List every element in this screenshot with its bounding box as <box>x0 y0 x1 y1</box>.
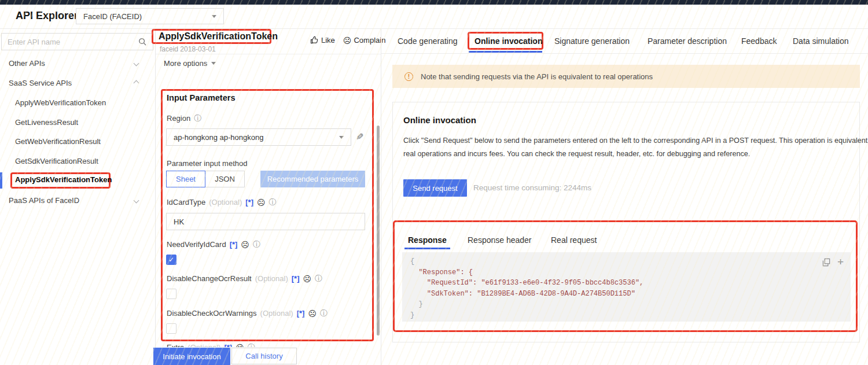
card-heading: Online invocation <box>403 115 476 125</box>
middle-header-divider <box>156 54 381 54</box>
thumbs-up-icon <box>310 36 319 45</box>
disablechangeocrresult-checkbox[interactable] <box>166 289 176 299</box>
required-flag-icon: [*] <box>297 309 305 318</box>
active-tab-underline <box>469 51 542 53</box>
warning-text: Note that sending requests via the API i… <box>421 72 653 81</box>
edit-region-icon[interactable]: ✎ <box>356 131 363 142</box>
field-label: IdCardType <box>167 198 205 207</box>
copy-icon[interactable] <box>822 258 831 267</box>
tab-online-invocation[interactable]: Online invocation <box>475 36 542 46</box>
sidebar-divider <box>155 29 156 365</box>
info-icon[interactable]: ⓘ <box>194 115 201 122</box>
tab-feedback[interactable]: Feedback <box>741 36 777 46</box>
sad-face-icon[interactable]: ☹ <box>257 198 266 207</box>
product-select[interactable]: FaceID (FACEID) <box>76 8 224 24</box>
sidebar-item-getlivenessresult[interactable]: GetLivenessResult <box>15 118 78 127</box>
tab-signature-generation[interactable]: Signature generation <box>554 36 630 46</box>
sidebar-item-getsdkverificationresult[interactable]: GetSdkVerificationResult <box>15 157 98 165</box>
idcardtype-input[interactable] <box>166 213 365 230</box>
search-input[interactable] <box>2 34 138 50</box>
chevron-down-icon <box>212 15 216 18</box>
info-icon[interactable]: ⓘ <box>315 275 322 282</box>
optional-tag: (Optional) <box>255 274 288 283</box>
required-flag-icon: [*] <box>230 240 238 249</box>
response-tab-underline <box>404 248 450 249</box>
recommended-parameters-button[interactable]: Recommended parameters <box>260 171 365 187</box>
group-label: Other APIs <box>9 59 45 68</box>
tab-sheet[interactable]: Sheet <box>166 171 205 187</box>
sidebar-item-applysdkverificationtoken[interactable]: ApplySdkVerificationToken <box>15 175 112 184</box>
idcardtype-label-row: IdCardType (Optional) [*] ☹ ⓘ <box>167 198 277 207</box>
feedback-row: Like ☹ Complain <box>310 36 385 45</box>
sad-face-icon[interactable]: ☹ <box>303 275 311 283</box>
region-select[interactable]: ap-hongkong ap-hongkong <box>166 128 351 146</box>
warning-banner: ! Note that sending requests via the API… <box>392 65 860 88</box>
product-select-value: FaceID (FACEID) <box>83 12 142 21</box>
search-icon[interactable] <box>138 38 147 46</box>
sad-face-icon[interactable]: ☹ <box>241 241 249 249</box>
field-label: DisableCheckOcrWarnings <box>167 309 257 318</box>
optional-tag: (Optional) <box>209 198 242 207</box>
complain-button[interactable]: ☹ Complain <box>343 36 386 45</box>
call-history-button[interactable]: Call history <box>231 348 297 364</box>
chevron-down-icon <box>339 136 344 139</box>
chevron-down-icon <box>134 61 139 67</box>
card-description-line2: real operations and incurs fees. You can… <box>403 150 750 158</box>
code-line: } <box>410 299 423 310</box>
tab-response-header[interactable]: Response header <box>468 235 532 245</box>
request-time-label: Request time consuming: 2244ms <box>473 183 591 192</box>
api-title: ApplySdkVerificationToken <box>159 31 278 42</box>
info-icon[interactable]: ⓘ <box>320 309 328 317</box>
plus-icon[interactable]: + <box>837 256 844 268</box>
chevron-up-icon <box>134 80 139 86</box>
code-line: "RequestId": "e61f9133-e6e0-4f32-9f05-bb… <box>410 278 643 289</box>
tab-code-generating[interactable]: Code generating <box>398 36 458 46</box>
disablecheckocrwarnings-label-row: DisableCheckOcrWarnings (Optional) [*] ☹… <box>167 309 328 318</box>
tab-response[interactable]: Response <box>408 235 447 245</box>
region-value: ap-hongkong ap-hongkong <box>174 133 263 142</box>
tab-data-simulation[interactable]: Data simulation <box>793 36 849 46</box>
sad-face-icon: ☹ <box>343 36 352 45</box>
group-label: PaaS APIs of FaceID <box>9 196 79 205</box>
middle-panel-scrollbar[interactable] <box>377 126 380 335</box>
needverifyidcard-label-row: NeedVerifyIdCard [*] ☹ ⓘ <box>167 240 260 249</box>
warning-icon: ! <box>404 72 413 81</box>
card-description-line1: Click "Send Request" below to send the p… <box>403 137 868 145</box>
sad-face-icon[interactable]: ☹ <box>308 309 317 318</box>
required-flag-icon: [*] <box>292 274 300 283</box>
tab-json[interactable]: JSON <box>205 171 245 187</box>
info-icon[interactable]: ⓘ <box>253 241 260 248</box>
region-label: Region <box>167 114 190 123</box>
more-options-button[interactable]: More options <box>164 59 216 68</box>
api-search-box[interactable] <box>1 33 153 50</box>
sidebar-group-other-apis[interactable]: Other APIs <box>9 58 148 68</box>
needverifyidcard-checkbox[interactable]: ✓ <box>166 255 176 265</box>
tab-real-request[interactable]: Real request <box>551 235 597 245</box>
code-line: } <box>410 310 414 321</box>
top-window-bar <box>0 0 868 5</box>
sidebar-group-saas-apis[interactable]: SaaS Service APIs <box>9 78 148 88</box>
send-request-button[interactable]: Send request <box>403 179 467 197</box>
initiate-invocation-button[interactable]: Initiate invocation <box>153 348 230 365</box>
sidebar-group-paas-apis[interactable]: PaaS APIs of FaceID <box>9 196 148 205</box>
like-button[interactable]: Like <box>310 36 335 45</box>
input-parameters-heading: Input Parameters <box>167 93 235 102</box>
tab-parameter-description[interactable]: Parameter description <box>648 36 727 46</box>
disablecheckocrwarnings-checkbox[interactable] <box>166 323 176 334</box>
parameter-input-method-label: Parameter input method <box>167 159 247 168</box>
group-label: SaaS Service APIs <box>9 79 72 87</box>
api-subtitle: faceid 2018-03-01 <box>160 45 216 53</box>
chevron-down-icon <box>134 198 139 204</box>
like-label: Like <box>321 36 335 45</box>
region-label-row: Region ⓘ <box>167 114 201 123</box>
app-title: API Explorer <box>16 10 78 22</box>
disablechangeocrresult-label-row: DisableChangeOcrResult (Optional) [*] ☹ … <box>167 274 322 283</box>
code-line: "SdkToken": "B1289BE4-AD6B-42D8-9A4D-A27… <box>410 289 635 300</box>
sidebar-item-getwebverificationresult[interactable]: GetWebVerificationResult <box>15 137 101 146</box>
info-icon[interactable]: ⓘ <box>269 198 277 206</box>
active-item-indicator <box>0 172 2 189</box>
code-line: "Response": { <box>410 267 473 278</box>
field-label: NeedVerifyIdCard <box>167 240 226 249</box>
chevron-down-icon <box>211 62 216 65</box>
sidebar-item-applywebverificationtoken[interactable]: ApplyWebVerificationToken <box>15 98 106 107</box>
